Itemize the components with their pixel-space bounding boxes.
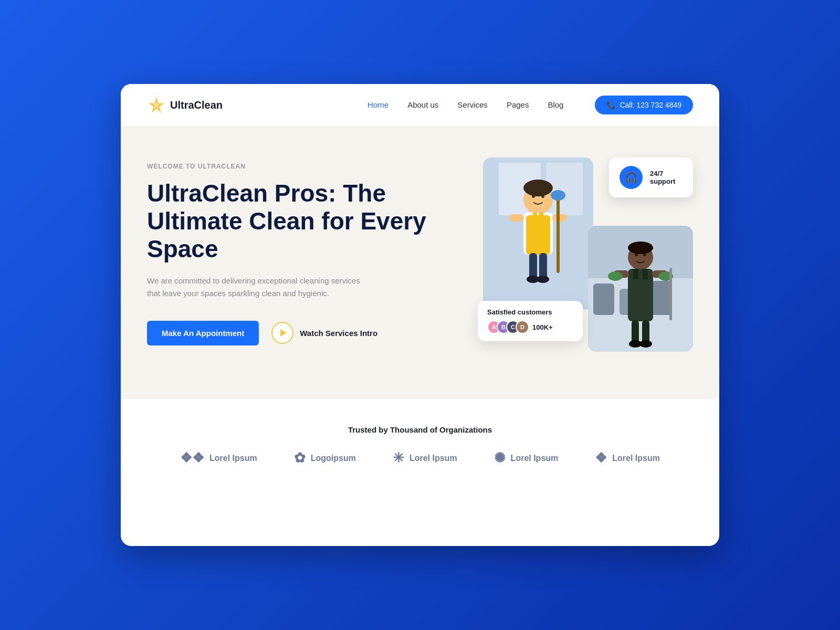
svg-rect-32 xyxy=(643,269,648,279)
trusted-section: Trusted by Thousand of Organizations ❖❖ … xyxy=(121,399,719,492)
avatar-4: D xyxy=(516,320,529,334)
trusted-title: Trusted by Thousand of Organizations xyxy=(147,425,693,434)
hero-tag: WELCOME TO ULTRACLEAN xyxy=(147,163,441,170)
hero-right: 🎧 24/7 support xyxy=(472,158,693,368)
partner-logo-4: ✺ Lorel Ipsum xyxy=(494,450,559,466)
hero-description: We are committed to delivering exception… xyxy=(147,275,368,300)
hero-title: UltraClean Pros: The Ultimate Clean for … xyxy=(147,180,441,263)
cleaner-yellow-image xyxy=(483,158,593,310)
svg-rect-13 xyxy=(509,214,524,222)
appointment-button[interactable]: Make An Appointment xyxy=(147,321,259,345)
svg-rect-30 xyxy=(628,269,653,321)
main-window: UltraClean Home About us Services Pages … xyxy=(121,84,719,546)
hero-image-secondary xyxy=(588,226,693,352)
logos-row: ❖❖ Lorel Ipsum ✿ Logoipsum ✳ Lorel Ipsum… xyxy=(147,450,693,466)
navbar: UltraClean Home About us Services Pages … xyxy=(121,84,719,126)
support-card: 🎧 24/7 support xyxy=(609,158,693,197)
logo-icon xyxy=(147,96,166,114)
partner-name-1: Lorel Ipsum xyxy=(209,454,257,463)
nav-services[interactable]: Services xyxy=(457,100,488,109)
customers-label: Satisfied customers xyxy=(487,308,573,316)
support-icon: 🎧 xyxy=(620,166,643,189)
hero-image-main xyxy=(483,158,593,310)
svg-point-35 xyxy=(608,271,623,281)
hero-section: WELCOME TO ULTRACLEAN UltraClean Pros: T… xyxy=(121,126,719,399)
call-label: Call: 123 732 4849 xyxy=(620,101,681,109)
customers-count: 100K+ xyxy=(532,323,553,331)
svg-point-16 xyxy=(551,190,565,201)
partner-icon-2: ✿ xyxy=(294,450,306,466)
logo-text: UltraClean xyxy=(170,99,223,111)
svg-rect-37 xyxy=(669,268,672,320)
partner-logo-2: ✿ Logoipsum xyxy=(294,450,356,466)
svg-rect-15 xyxy=(556,194,560,273)
video-label: Watch Services Intro xyxy=(300,329,377,338)
svg-rect-12 xyxy=(539,213,543,223)
partner-name-5: Lorel Ipsum xyxy=(612,454,660,463)
svg-point-20 xyxy=(537,276,549,283)
svg-point-41 xyxy=(639,340,652,348)
partner-icon-4: ✺ xyxy=(494,450,506,466)
avatar-group: A B C D xyxy=(487,320,529,334)
customers-card: Satisfied customers A B C D 100K+ xyxy=(478,301,583,341)
svg-rect-17 xyxy=(529,253,537,279)
nav-blog[interactable]: Blog xyxy=(548,100,563,109)
nav-about[interactable]: About us xyxy=(407,100,438,109)
partner-name-4: Lorel Ipsum xyxy=(511,454,559,463)
partner-logo-3: ✳ Lorel Ipsum xyxy=(393,450,457,466)
svg-rect-10 xyxy=(526,215,550,255)
partner-name-2: Logoipsum xyxy=(311,454,356,463)
svg-rect-18 xyxy=(539,253,547,279)
nav-home[interactable]: Home xyxy=(368,100,388,109)
nav-pages[interactable]: Pages xyxy=(507,100,529,109)
phone-icon: 📞 xyxy=(606,101,615,109)
watch-video-button[interactable]: Watch Services Intro xyxy=(271,322,377,344)
partner-icon-1: ❖❖ xyxy=(180,450,204,466)
svg-rect-31 xyxy=(633,269,638,279)
cleaner-dark-image xyxy=(588,226,693,352)
hero-left: WELCOME TO ULTRACLEAN UltraClean Pros: T… xyxy=(147,158,441,345)
svg-point-29 xyxy=(628,242,653,254)
logo[interactable]: UltraClean xyxy=(147,96,223,114)
call-button[interactable]: 📞 Call: 123 732 4849 xyxy=(595,96,693,114)
play-icon xyxy=(271,322,293,344)
nav-links: Home About us Services Pages Blog xyxy=(368,100,563,110)
partner-name-3: Lorel Ipsum xyxy=(410,454,457,463)
customers-row: A B C D 100K+ xyxy=(487,320,573,334)
partner-logo-1: ❖❖ Lorel Ipsum xyxy=(180,450,257,466)
support-label: 24/7 support xyxy=(650,170,682,185)
partner-icon-3: ✳ xyxy=(393,450,404,466)
svg-rect-25 xyxy=(651,281,672,315)
partner-icon-5: ❖ xyxy=(595,450,607,466)
svg-rect-11 xyxy=(533,213,537,223)
hero-buttons: Make An Appointment Watch Services Intro xyxy=(147,321,441,345)
partner-logo-5: ❖ Lorel Ipsum xyxy=(595,450,660,466)
svg-point-8 xyxy=(523,180,553,196)
svg-rect-23 xyxy=(593,284,614,315)
